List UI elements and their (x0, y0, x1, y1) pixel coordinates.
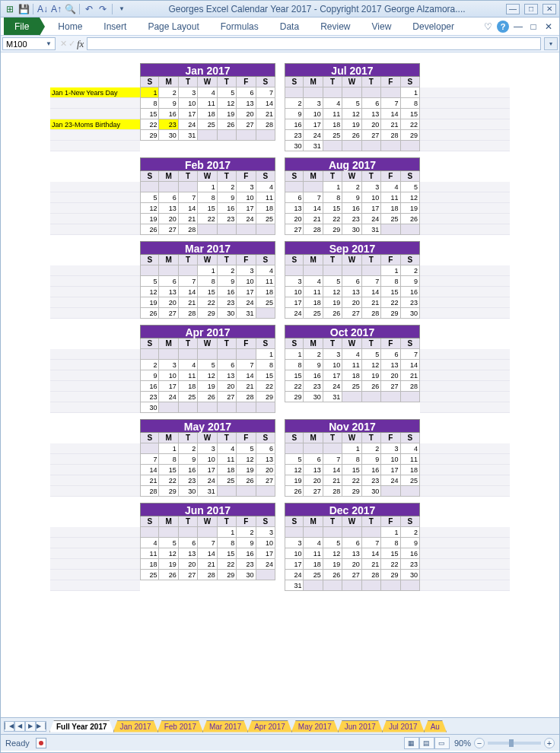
day-cell[interactable]: 27 (362, 130, 381, 141)
day-cell[interactable]: 26 (342, 130, 361, 141)
day-cell[interactable]: 21 (140, 475, 159, 486)
note-slot[interactable] (50, 182, 140, 192)
worksheet-area[interactable]: Jan 1-New Years DayJan 23-Moms BirthdayJ… (1, 52, 559, 717)
note-slot[interactable] (420, 370, 510, 381)
day-cell[interactable]: 21 (362, 559, 381, 570)
day-cell[interactable]: 27 (179, 570, 198, 580)
day-cell[interactable]: 18 (218, 465, 237, 475)
note-slot[interactable] (50, 203, 140, 214)
note-slot[interactable] (50, 287, 140, 297)
day-cell[interactable]: 21 (401, 370, 420, 381)
day-cell[interactable]: 29 (401, 130, 420, 141)
day-cell[interactable]: 3 (198, 443, 217, 454)
day-cell[interactable]: 18 (179, 381, 198, 392)
name-box-dropdown-icon[interactable]: ▼ (46, 40, 52, 47)
day-cell[interactable]: 26 (140, 224, 159, 235)
day-cell[interactable]: 25 (304, 308, 323, 319)
zoom-in-button[interactable]: + (544, 738, 555, 748)
day-cell[interactable]: 17 (285, 297, 304, 308)
day-cell[interactable]: 7 (362, 538, 381, 548)
day-cell[interactable]: 14 (198, 548, 217, 559)
day-cell[interactable]: 13 (362, 109, 381, 119)
day-cell[interactable]: 11 (218, 454, 237, 465)
note-slot[interactable] (420, 465, 510, 475)
note-slot[interactable] (50, 443, 140, 454)
day-cell[interactable]: 18 (198, 109, 217, 119)
day-cell[interactable]: 9 (159, 98, 178, 109)
day-cell[interactable]: 19 (342, 119, 361, 130)
day-cell[interactable] (323, 527, 342, 538)
day-cell[interactable]: 1 (159, 443, 178, 454)
day-cell[interactable] (218, 130, 237, 141)
day-cell[interactable]: 24 (198, 475, 217, 486)
day-cell[interactable]: 20 (256, 465, 275, 475)
day-cell[interactable] (256, 224, 275, 235)
day-cell[interactable]: 9 (218, 192, 237, 203)
day-cell[interactable]: 24 (285, 308, 304, 319)
day-cell[interactable] (342, 265, 361, 276)
day-cell[interactable]: 23 (285, 130, 304, 141)
macro-record-icon[interactable] (36, 738, 46, 748)
note-slot[interactable] (420, 486, 510, 497)
day-cell[interactable]: 28 (179, 308, 198, 319)
note-slot[interactable] (420, 570, 510, 580)
day-cell[interactable]: 19 (323, 297, 342, 308)
day-cell[interactable]: 29 (218, 570, 237, 580)
day-cell[interactable]: 15 (198, 287, 217, 297)
sheet-nav-last-icon[interactable]: ▶▕ (36, 721, 46, 732)
day-cell[interactable]: 14 (237, 370, 256, 381)
day-cell[interactable]: 25 (140, 570, 159, 580)
day-cell[interactable]: 23 (401, 559, 420, 570)
redo-icon[interactable]: ↷ (97, 3, 109, 15)
day-cell[interactable]: 31 (362, 224, 381, 235)
day-cell[interactable]: 8 (198, 192, 217, 203)
day-cell[interactable]: 8 (342, 454, 361, 465)
day-cell[interactable]: 14 (362, 287, 381, 297)
day-cell[interactable]: 6 (362, 98, 381, 109)
day-cell[interactable]: 24 (304, 130, 323, 141)
day-cell[interactable]: 3 (159, 360, 178, 370)
day-cell[interactable]: 8 (198, 276, 217, 287)
day-cell[interactable]: 11 (381, 192, 400, 203)
day-cell[interactable]: 6 (159, 192, 178, 203)
day-cell[interactable]: 6 (159, 276, 178, 287)
day-cell[interactable]: 31 (304, 141, 323, 151)
undo-icon[interactable]: ↶ (83, 3, 95, 15)
ribbon-tab-formulas[interactable]: Formulas (210, 17, 269, 35)
day-cell[interactable]: 2 (285, 98, 304, 109)
note-slot[interactable] (50, 381, 140, 392)
day-cell[interactable]: 21 (198, 559, 217, 570)
day-cell[interactable]: 28 (198, 570, 217, 580)
day-cell[interactable]: 17 (179, 109, 198, 119)
day-cell[interactable]: 10 (256, 538, 275, 548)
day-cell[interactable]: 30 (159, 130, 178, 141)
day-cell[interactable]: 13 (237, 98, 256, 109)
note-slot[interactable] (420, 454, 510, 465)
day-cell[interactable]: 3 (179, 87, 198, 98)
day-cell[interactable]: 30 (140, 402, 159, 413)
day-cell[interactable]: 22 (342, 475, 361, 486)
day-cell[interactable]: 20 (381, 370, 400, 381)
day-cell[interactable]: 7 (237, 360, 256, 370)
day-cell[interactable]: 15 (285, 370, 304, 381)
day-cell[interactable]: 22 (381, 559, 400, 570)
day-cell[interactable]: 7 (304, 192, 323, 203)
day-cell[interactable]: 23 (179, 475, 198, 486)
note-slot[interactable] (50, 475, 140, 486)
day-cell[interactable]: 4 (304, 276, 323, 287)
day-cell[interactable]: 15 (256, 370, 275, 381)
day-cell[interactable]: 1 (140, 87, 159, 98)
day-cell[interactable]: 10 (285, 287, 304, 297)
day-cell[interactable]: 16 (401, 287, 420, 297)
day-cell[interactable]: 2 (362, 443, 381, 454)
day-cell[interactable]: 5 (237, 443, 256, 454)
note-slot[interactable] (50, 265, 140, 276)
day-cell[interactable] (285, 443, 304, 454)
day-cell[interactable] (323, 265, 342, 276)
day-cell[interactable] (323, 87, 342, 98)
ribbon-tab-review[interactable]: Review (310, 17, 361, 35)
day-cell[interactable] (237, 130, 256, 141)
day-cell[interactable]: 22 (159, 475, 178, 486)
note-slot[interactable] (50, 580, 140, 591)
day-cell[interactable]: 22 (401, 119, 420, 130)
